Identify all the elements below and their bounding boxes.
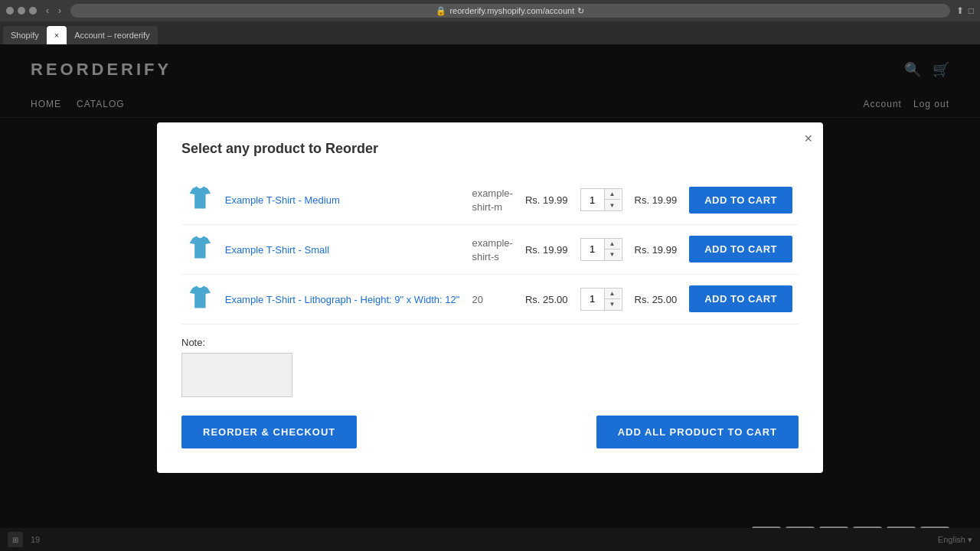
table-row: Example T-Shirt - Small example-shirt-s … bbox=[181, 225, 799, 275]
product-unit-price: Rs. 25.00 bbox=[525, 294, 568, 305]
qty-down-arrow[interactable]: ▼ bbox=[605, 299, 620, 310]
product-name-cell: Example T-Shirt - Medium bbox=[219, 175, 466, 224]
product-name-link[interactable]: Example T-Shirt - Small bbox=[225, 244, 329, 256]
product-image bbox=[188, 234, 213, 262]
product-total-price-cell: Rs. 19.99 bbox=[629, 175, 684, 224]
quantity-arrows[interactable]: ▲ ▼ bbox=[604, 289, 620, 310]
product-unit-price-cell: Rs. 19.99 bbox=[519, 225, 574, 275]
quantity-arrows[interactable]: ▲ ▼ bbox=[604, 239, 620, 260]
window-dot bbox=[18, 7, 25, 15]
tab-account[interactable]: Account – reorderify bbox=[67, 26, 157, 44]
browser-right-icons: ⬆ □ bbox=[956, 5, 974, 16]
product-total-price: Rs. 19.99 bbox=[635, 194, 678, 206]
product-total-price: Rs. 19.99 bbox=[635, 244, 678, 256]
table-row: Example T-Shirt - Lithograph - Height: 9… bbox=[181, 274, 799, 324]
quantity-control[interactable]: ▲ ▼ bbox=[580, 188, 622, 211]
product-sku: example-shirt-s bbox=[472, 237, 512, 262]
back-icon[interactable]: ‹ bbox=[43, 4, 52, 18]
modal-close-button[interactable]: × bbox=[804, 132, 812, 145]
browser-window-controls bbox=[6, 7, 37, 15]
product-unit-price-cell: Rs. 19.99 bbox=[519, 175, 574, 224]
product-image-cell bbox=[181, 274, 219, 324]
browser-chrome: ‹ › 🔒 reorderify.myshopify.com/account ↻… bbox=[0, 0, 980, 44]
forward-icon[interactable]: › bbox=[55, 4, 64, 18]
tab-shopify[interactable]: Shopify bbox=[3, 26, 47, 44]
tab-close-icon[interactable]: × bbox=[54, 31, 59, 40]
url-text: reorderify.myshopify.com/account bbox=[449, 6, 574, 15]
product-unit-price-cell: Rs. 25.00 bbox=[519, 274, 574, 324]
product-total-price-cell: Rs. 19.99 bbox=[629, 225, 684, 275]
product-sku: example-shirt-m bbox=[472, 187, 512, 213]
product-qty-cell[interactable]: ▲ ▼ bbox=[574, 274, 629, 324]
window-dot bbox=[6, 7, 14, 15]
product-sku: 20 bbox=[472, 294, 482, 305]
browser-nav-icons: ‹ › bbox=[43, 4, 64, 18]
quantity-control[interactable]: ▲ ▼ bbox=[580, 288, 622, 311]
add-to-cart-button[interactable]: ADD TO CART bbox=[689, 285, 792, 312]
product-qty-cell[interactable]: ▲ ▼ bbox=[574, 175, 629, 224]
product-total-price-cell: Rs. 25.00 bbox=[629, 274, 684, 324]
lock-icon: 🔒 bbox=[436, 6, 446, 16]
modal-footer: REORDER & CHECKOUT ADD ALL PRODUCT TO CA… bbox=[181, 416, 799, 448]
quantity-control[interactable]: ▲ ▼ bbox=[580, 238, 622, 261]
quantity-input[interactable] bbox=[581, 193, 604, 207]
quantity-input[interactable] bbox=[581, 292, 604, 306]
qty-down-arrow[interactable]: ▼ bbox=[605, 249, 620, 260]
address-bar[interactable]: 🔒 reorderify.myshopify.com/account ↻ bbox=[70, 4, 950, 18]
qty-down-arrow[interactable]: ▼ bbox=[605, 200, 620, 210]
product-total-price: Rs. 25.00 bbox=[635, 294, 678, 305]
product-unit-price: Rs. 19.99 bbox=[525, 194, 568, 206]
qty-up-arrow[interactable]: ▲ bbox=[605, 239, 620, 249]
product-name-link[interactable]: Example T-Shirt - Medium bbox=[225, 194, 340, 206]
add-to-cart-button[interactable]: ADD TO CART bbox=[689, 236, 792, 262]
reorder-modal: × Select any product to Reorder Example … bbox=[157, 122, 823, 473]
quantity-input[interactable] bbox=[581, 242, 604, 256]
tab-label: Account – reorderify bbox=[74, 31, 149, 40]
product-qty-cell[interactable]: ▲ ▼ bbox=[574, 225, 629, 275]
product-unit-price: Rs. 19.99 bbox=[525, 244, 568, 256]
bookmark-icon[interactable]: □ bbox=[969, 5, 974, 16]
note-label: Note: bbox=[181, 337, 799, 348]
add-all-product-to-cart-button[interactable]: ADD ALL PRODUCT TO CART bbox=[596, 416, 799, 448]
browser-top-bar: ‹ › 🔒 reorderify.myshopify.com/account ↻… bbox=[0, 0, 980, 21]
browser-tabs: Shopify × Account – reorderify bbox=[0, 21, 980, 44]
add-to-cart-cell[interactable]: ADD TO CART bbox=[683, 274, 799, 324]
share-icon[interactable]: ⬆ bbox=[956, 5, 964, 16]
reorder-checkout-button[interactable]: REORDER & CHECKOUT bbox=[181, 416, 357, 448]
website: REORDERIFY 🔍 🛒 HOME CATALOG Account Log … bbox=[0, 44, 980, 551]
product-image bbox=[188, 184, 213, 212]
product-name-link[interactable]: Example T-Shirt - Lithograph - Height: 9… bbox=[225, 294, 460, 305]
tab-active[interactable]: × bbox=[47, 26, 67, 44]
add-to-cart-cell[interactable]: ADD TO CART bbox=[683, 175, 799, 224]
modal-title: Select any product to Reorder bbox=[181, 141, 799, 157]
table-row: Example T-Shirt - Medium example-shirt-m… bbox=[181, 175, 799, 224]
refresh-icon: ↻ bbox=[577, 6, 584, 16]
product-sku-cell: example-shirt-s bbox=[466, 225, 518, 275]
product-sku-cell: example-shirt-m bbox=[466, 175, 518, 224]
tab-label: Shopify bbox=[11, 31, 39, 40]
product-image-cell bbox=[181, 225, 219, 275]
product-name-cell: Example T-Shirt - Small bbox=[219, 225, 466, 275]
note-section: Note: bbox=[181, 337, 799, 400]
product-name-cell: Example T-Shirt - Lithograph - Height: 9… bbox=[219, 274, 466, 324]
note-textarea[interactable] bbox=[181, 353, 292, 397]
product-image-cell bbox=[181, 175, 219, 224]
modal-overlay: × Select any product to Reorder Example … bbox=[0, 44, 980, 551]
qty-up-arrow[interactable]: ▲ bbox=[605, 289, 620, 299]
add-to-cart-button[interactable]: ADD TO CART bbox=[689, 187, 792, 214]
quantity-arrows[interactable]: ▲ ▼ bbox=[604, 189, 620, 210]
window-dot bbox=[29, 7, 37, 15]
product-sku-cell: 20 bbox=[466, 274, 518, 324]
add-to-cart-cell[interactable]: ADD TO CART bbox=[683, 225, 799, 275]
product-table: Example T-Shirt - Medium example-shirt-m… bbox=[181, 175, 799, 324]
product-image bbox=[188, 284, 213, 311]
qty-up-arrow[interactable]: ▲ bbox=[605, 189, 620, 200]
